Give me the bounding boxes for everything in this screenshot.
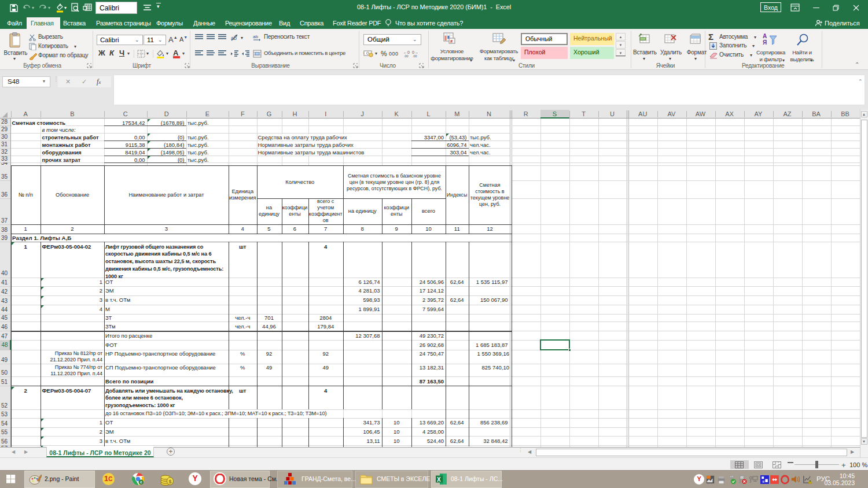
svg-text:А: А (763, 33, 767, 39)
svg-text:c: c (140, 480, 142, 484)
svg-text:≠: ≠ (450, 39, 453, 44)
svg-text:.00: .00 (413, 54, 417, 58)
svg-text:X: X (437, 476, 441, 483)
svg-text:.00: .00 (404, 54, 409, 58)
svg-text:ab: ab (253, 34, 258, 39)
svg-text:$: $ (169, 479, 172, 485)
svg-text:Я: Я (763, 39, 767, 46)
svg-text:ab: ab (231, 35, 237, 41)
